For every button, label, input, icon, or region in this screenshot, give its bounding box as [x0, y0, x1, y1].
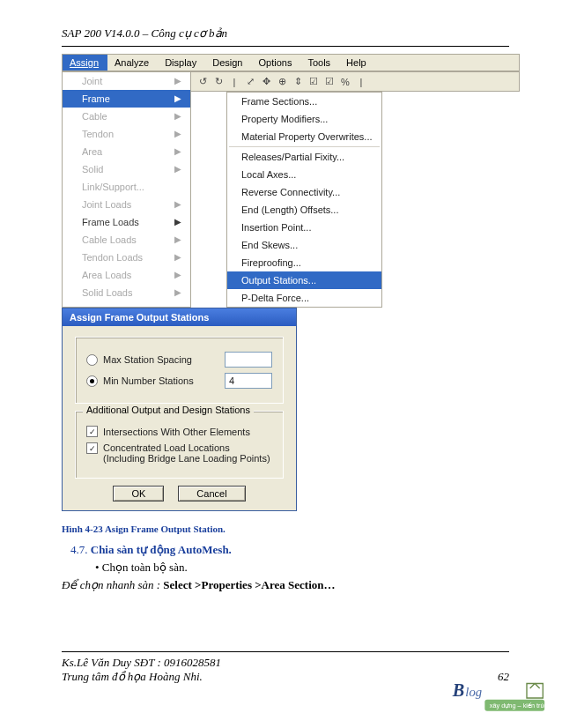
tip-line: Để chọn nhanh sàn : Select >Properties >… — [62, 578, 509, 592]
page-header: SAP 200 V14.0.0 – Công cụ cơ bản — [62, 26, 509, 41]
submenu-item[interactable]: Tendon▶ — [63, 125, 190, 143]
radio-max-spacing-label: Max Station Spacing — [103, 354, 192, 365]
menu-options[interactable]: Options — [252, 55, 301, 71]
menubar: Assign Analyze Display Design Options To… — [62, 54, 520, 71]
cancel-button[interactable]: Cancel — [178, 486, 245, 501]
flyout-item[interactable]: End Skews... — [227, 236, 381, 254]
toolbar-icon[interactable]: ☑ — [307, 76, 320, 87]
dialog-title: Assign Frame Output Stations — [63, 308, 296, 326]
radio-max-spacing[interactable] — [86, 354, 98, 366]
flyout-item[interactable]: Fireproofing... — [227, 254, 381, 271]
header-rule — [62, 46, 509, 47]
max-spacing-input[interactable] — [225, 352, 272, 368]
submenu-item[interactable]: Joint Loads▶ — [63, 196, 190, 213]
submenu-item[interactable]: Solid▶ — [63, 160, 190, 178]
ok-button[interactable]: OK — [113, 486, 164, 501]
svg-text:B: B — [452, 680, 464, 700]
figure-caption: Hình 4-23 Asign Frame Output Station. — [62, 524, 509, 534]
chk-intersections-label: Intersections With Other Elements — [103, 427, 250, 437]
flyout-item[interactable]: Releases/Partial Fixity... — [227, 148, 381, 166]
flyout-item[interactable]: Material Property Overwrites... — [227, 128, 381, 145]
radio-min-stations[interactable] — [86, 375, 98, 387]
menu-display[interactable]: Display — [158, 55, 205, 71]
frame-flyout: Frame Sections...Property Modifiers...Ma… — [226, 92, 382, 308]
flyout-item[interactable]: P-Delta Force... — [227, 289, 381, 307]
submenu-item[interactable]: Tendon Loads▶ — [63, 249, 190, 266]
flyout-item[interactable]: Output Stations... — [227, 271, 381, 289]
chk-concentrated[interactable]: ✓ — [86, 442, 98, 454]
assign-submenu: Joint▶Frame▶Cable▶Tendon▶Area▶Solid▶Link… — [62, 71, 191, 308]
min-stations-input[interactable]: 4 — [225, 373, 272, 389]
logo: B log xây dựng – kiến trúc — [449, 677, 546, 719]
radio-min-stations-label: Min Number Stations — [103, 375, 194, 386]
flyout-item[interactable]: Property Modifiers... — [227, 110, 381, 128]
submenu-item[interactable]: Cable Loads▶ — [63, 231, 190, 249]
svg-text:xây dựng – kiến trúc: xây dựng – kiến trúc — [490, 702, 546, 709]
flyout-item[interactable]: Insertion Point... — [227, 219, 381, 236]
submenu-item[interactable]: Joint▶ — [63, 72, 190, 90]
menu-help[interactable]: Help — [339, 55, 375, 71]
submenu-item[interactable]: Cable▶ — [63, 108, 190, 125]
menu-design[interactable]: Design — [205, 55, 251, 71]
chk-intersections[interactable]: ✓ — [86, 426, 98, 437]
menu-assign[interactable]: Assign — [63, 55, 107, 71]
dialog-output-stations: Assign Frame Output Stations Max Station… — [62, 308, 297, 511]
submenu-item[interactable]: Area Loads▶ — [63, 266, 190, 284]
toolbar-icon[interactable]: ↻ — [212, 76, 225, 87]
svg-text:log: log — [465, 685, 482, 699]
toolbar-icon[interactable]: | — [355, 77, 367, 87]
menu-analyze[interactable]: Analyze — [107, 55, 158, 71]
page-footer: Ks.Lê Văn Duy SĐT : 0916028581 Trung tâm… — [62, 651, 509, 684]
submenu-item[interactable]: Solid Loads▶ — [63, 284, 190, 301]
submenu-item[interactable]: Link/Support... — [63, 178, 190, 196]
toolbar-icon[interactable]: ⤢ — [244, 76, 256, 87]
flyout-item[interactable]: End (Length) Offsets... — [227, 201, 381, 219]
flyout-item[interactable]: Local Axes... — [227, 166, 381, 183]
toolbar-icon[interactable]: ↺ — [196, 76, 209, 87]
toolbar-icon[interactable]: ☑ — [323, 76, 336, 87]
submenu-item[interactable]: Frame Loads▶ — [63, 213, 190, 231]
toolbar-icon[interactable]: ⊕ — [276, 76, 288, 87]
footer-rule — [62, 651, 509, 652]
toolbar-icon[interactable]: | — [228, 77, 240, 87]
toolbar-icon[interactable]: % — [339, 77, 351, 87]
section-title: 4.7. Chia sàn tự động AutoMesh. — [70, 543, 509, 557]
chk-concentrated-label: Concentrated Load Locations (Including B… — [103, 442, 270, 464]
toolbar: ↺↻|⤢✥⊕⇕☑☑%| — [191, 71, 520, 92]
submenu-item[interactable]: Frame▶ — [63, 90, 190, 108]
toolbar-icon[interactable]: ⇕ — [292, 76, 304, 87]
flyout-item[interactable]: Reverse Connectivity... — [227, 183, 381, 201]
group-label: Additional Output and Design Stations — [83, 405, 254, 415]
submenu-item[interactable]: Area▶ — [63, 143, 190, 160]
screenshot: Assign Analyze Display Design Options To… — [62, 54, 520, 511]
toolbar-icon[interactable]: ✥ — [260, 76, 272, 87]
bullet-item: Chọn toàn bộ sàn. — [95, 561, 509, 575]
flyout-item[interactable]: Frame Sections... — [227, 93, 381, 110]
menu-tools[interactable]: Tools — [300, 55, 339, 71]
